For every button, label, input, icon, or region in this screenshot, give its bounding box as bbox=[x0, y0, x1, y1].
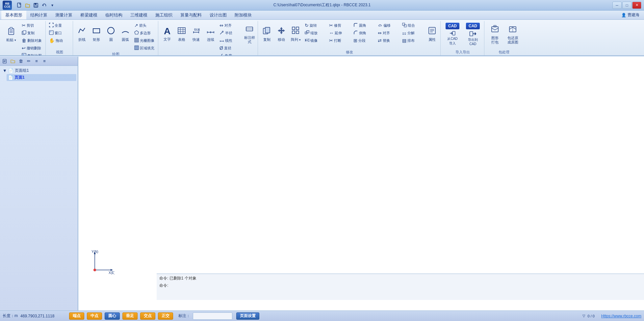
linear-dim-button[interactable]: 线性 bbox=[218, 37, 242, 44]
sidebar-new-btn[interactable] bbox=[1, 58, 9, 65]
to-cad-button[interactable]: CAD 导出到CAD bbox=[463, 22, 483, 47]
dropdown-arrow-button[interactable]: ▾ bbox=[49, 2, 56, 9]
statusbar: 长度：m 469.7903,271.1118 端点 中点 圆心 垂足 交点 正交… bbox=[0, 310, 644, 321]
undo-delete-button[interactable]: ↩ 撤销删除 bbox=[20, 44, 44, 52]
break-button[interactable]: ✂ 打断 bbox=[328, 37, 351, 44]
offset-button[interactable]: 偏移 bbox=[376, 22, 400, 29]
fillet-button[interactable]: 圆角 bbox=[352, 22, 376, 29]
trim-button[interactable]: ✂ 修剪 bbox=[328, 22, 351, 29]
text-button[interactable]: A 文字 bbox=[160, 22, 174, 47]
menu-item-measurement-calc[interactable]: 测量计算 bbox=[51, 11, 76, 19]
window-view-button[interactable]: 窗口 bbox=[48, 29, 71, 37]
snap-perpendicular-btn[interactable]: 垂足 bbox=[122, 312, 138, 320]
svg-rect-57 bbox=[296, 31, 299, 34]
rbcce-link[interactable]: Https://www.rbcce.com bbox=[601, 314, 641, 318]
import-export-group-label: 导入导出 bbox=[455, 50, 470, 55]
sidebar-indent-right-btn[interactable]: ≡ bbox=[41, 58, 48, 65]
import-export-content: CAD 从CAD导入 CAD 导出到CAD bbox=[443, 22, 483, 50]
maximize-button[interactable]: □ bbox=[622, 2, 631, 9]
diameter-dim-button[interactable]: Ø 直径 bbox=[218, 44, 242, 52]
menu-item-basic-shapes[interactable]: 基本图形 bbox=[1, 11, 26, 19]
continuous-dim-button[interactable]: 连续 bbox=[204, 22, 218, 47]
move-button[interactable]: 移动 bbox=[274, 22, 288, 47]
arrange-button[interactable]: ▤ 排布 bbox=[401, 37, 425, 44]
polyline-button[interactable]: 折线 bbox=[75, 22, 89, 47]
align-dim-icon: ⇔ bbox=[219, 23, 223, 28]
combine-button[interactable]: 组合 bbox=[401, 22, 425, 29]
undo-button[interactable] bbox=[40, 2, 48, 9]
angle-dim-button[interactable]: ∠ 角度 bbox=[218, 52, 242, 56]
segment-button[interactable]: ⊞ 分段 bbox=[352, 37, 376, 44]
arrow-button[interactable]: ↗ 箭头 bbox=[133, 22, 157, 29]
quick-dim-button[interactable]: 快速 快速 bbox=[189, 22, 203, 47]
polygon-button[interactable]: 多边形 bbox=[133, 29, 157, 37]
ribbon-group-annotation: A 文字 表格 快速 快速 连续 bbox=[159, 21, 258, 55]
menu-item-3d-modeling[interactable]: 三维建模 bbox=[126, 11, 151, 19]
coordinate-axes: Y(N) X(E) bbox=[88, 250, 115, 278]
snap-center-btn[interactable]: 圆心 bbox=[105, 312, 120, 320]
copy-button[interactable]: 复制 bbox=[20, 29, 44, 37]
note-input[interactable] bbox=[193, 312, 232, 320]
modify-col1: ↻ 旋转 缩放 镜像 bbox=[303, 22, 327, 44]
menu-item-temp-structure[interactable]: 临时结构 bbox=[101, 11, 126, 19]
snap-midpoint-btn[interactable]: 中点 bbox=[87, 312, 102, 320]
rect-button[interactable]: 矩形 bbox=[90, 22, 103, 47]
tree-item-page-group1[interactable]: ▼ 📄 页面组1 bbox=[1, 67, 76, 74]
snap-endpoint-btn[interactable]: 端点 bbox=[69, 312, 84, 320]
new-button[interactable] bbox=[16, 2, 23, 9]
properties-button[interactable]: 属性 bbox=[425, 22, 439, 47]
menu-item-quantity[interactable]: 算量与配料 bbox=[176, 11, 206, 19]
from-cad-button[interactable]: CAD 从CAD导入 bbox=[443, 22, 462, 47]
arc-button[interactable]: 圆弧 bbox=[118, 22, 132, 47]
raster-image-button[interactable]: 光栅图像 bbox=[133, 37, 157, 44]
sidebar-edit-btn[interactable]: ✏ bbox=[25, 58, 32, 65]
fullview-button[interactable]: 全显 bbox=[48, 22, 71, 29]
copy-bitmap-button[interactable]: 复制位图 bbox=[20, 52, 44, 56]
align-dim-button[interactable]: ⇔ 对齐 bbox=[218, 22, 242, 29]
unpack-button[interactable]: 包还原成原图 bbox=[504, 22, 521, 47]
signal-text: 0 / 0 bbox=[588, 314, 595, 318]
minimize-button[interactable]: ─ bbox=[612, 2, 622, 9]
segment-label: 分段 bbox=[358, 38, 366, 43]
delete-object-button[interactable]: 🗑 删除对象 bbox=[20, 37, 44, 44]
chamfer-button[interactable]: 倒角 bbox=[352, 29, 376, 37]
replace-button[interactable]: ⇄ 替换 bbox=[376, 37, 400, 44]
rotate-button[interactable]: ↻ 旋转 bbox=[303, 22, 327, 29]
decompose-button[interactable]: ⚏ 分解 bbox=[401, 29, 425, 37]
radius-dim-button[interactable]: 半径 bbox=[218, 29, 242, 37]
cut-button[interactable]: ✂ 剪切 bbox=[20, 22, 44, 29]
scale-button[interactable]: 缩放 bbox=[303, 29, 327, 37]
dim-style-button[interactable]: 标注样式 bbox=[243, 22, 256, 47]
extend-button[interactable]: ↔ 延伸 bbox=[328, 29, 351, 37]
page-settings-btn[interactable]: 页面设置 bbox=[236, 312, 259, 320]
copy-label: 复制 bbox=[27, 31, 35, 36]
menu-item-structural-calc[interactable]: 结构计算 bbox=[26, 11, 51, 19]
array-button[interactable]: 阵列 ▾ bbox=[289, 22, 303, 47]
sidebar-delete-btn[interactable]: 🗑 bbox=[17, 58, 24, 65]
modify-copy-button[interactable]: 复制 bbox=[260, 22, 274, 47]
snap-intersection-btn[interactable]: 交点 bbox=[140, 312, 155, 320]
menu-item-construction-org[interactable]: 施工组织 bbox=[151, 11, 176, 19]
canvas-area[interactable]: Y(N) X(E) 命令: 已删除1 个对象 命令: bbox=[78, 57, 644, 310]
save-button[interactable] bbox=[32, 2, 39, 9]
sidebar-indent-left-btn[interactable]: ≡ bbox=[33, 58, 40, 65]
drag-button[interactable]: ✋ 拖动 bbox=[48, 37, 71, 44]
user-area[interactable]: 👤 曹建海 bbox=[618, 11, 643, 19]
svg-rect-0 bbox=[17, 3, 21, 7]
snap-ortho-btn[interactable]: 正交 bbox=[158, 312, 173, 320]
open-button[interactable] bbox=[24, 2, 31, 9]
tree-item-page1[interactable]: 📄 页面1 bbox=[7, 74, 76, 81]
mirror-button[interactable]: 镜像 bbox=[303, 37, 327, 44]
paste-button[interactable]: 粘贴 ▾ bbox=[3, 22, 20, 47]
sidebar-tree: ▼ 📄 页面组1 📄 页面1 bbox=[0, 66, 78, 82]
area-fill-button[interactable]: 区域填充 bbox=[133, 44, 157, 52]
pack-button[interactable]: 图形打包 bbox=[486, 22, 503, 47]
menu-item-design-drawing[interactable]: 设计出图 bbox=[206, 11, 231, 19]
sidebar-open-btn[interactable] bbox=[9, 58, 16, 65]
menu-item-bridge-modeling[interactable]: 桥梁建模 bbox=[76, 11, 101, 19]
table-button[interactable]: 表格 bbox=[175, 22, 189, 47]
menu-item-addons[interactable]: 附加模块 bbox=[231, 11, 256, 19]
align-modify-button[interactable]: ⇔ 对齐 bbox=[376, 29, 400, 37]
circle-button[interactable]: 圆 bbox=[104, 22, 118, 47]
close-button[interactable]: ✕ bbox=[632, 2, 641, 9]
